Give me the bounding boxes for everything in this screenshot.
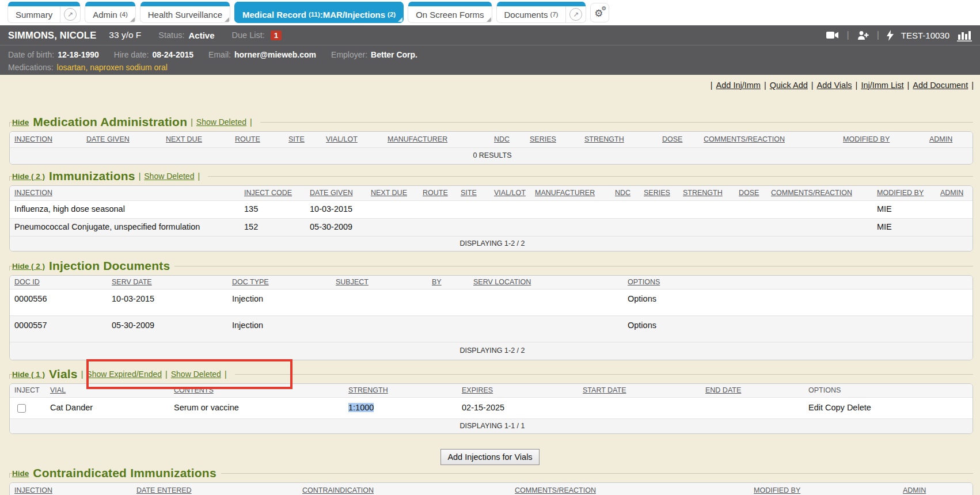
cell-options[interactable]: Edit Copy Delete <box>804 397 973 418</box>
lightning-bolt-icon[interactable] <box>887 30 894 41</box>
column-header-doc-type[interactable]: DOC TYPE <box>227 276 331 289</box>
hide-link[interactable]: Hide <box>12 469 29 478</box>
column-header-injection[interactable]: INJECTION <box>10 186 240 200</box>
settings-button[interactable]: ⚙⚙ <box>590 3 609 22</box>
column-header-next-due[interactable]: NEXT DUE <box>366 186 418 200</box>
tab-medical-record-11-mar-injections-2[interactable]: Medical Record (11):MAR/Injections (2) <box>234 2 404 23</box>
column-header-next-due[interactable]: NEXT DUE <box>161 132 230 147</box>
column-header-end-date[interactable]: END DATE <box>701 384 804 397</box>
hide-link[interactable]: Hide ( 1 ) <box>12 370 45 379</box>
column-header-subject[interactable]: SUBJECT <box>331 276 427 289</box>
hide-link[interactable]: Hide <box>12 118 29 127</box>
column-header-admin[interactable]: ADMIN <box>925 132 973 147</box>
cell-route <box>418 218 456 236</box>
cell-series <box>639 218 678 236</box>
hide-link[interactable]: Hide ( 2 ) <box>12 172 45 181</box>
column-header-injection[interactable]: INJECTION <box>10 483 132 495</box>
action-link-quick-add[interactable]: Quick Add <box>770 81 808 90</box>
column-header-dose[interactable]: DOSE <box>734 186 766 200</box>
column-header-vial-lot[interactable]: VIAL/LOT <box>321 132 383 147</box>
column-header-inject[interactable]: INJECT <box>10 384 45 397</box>
external-link-icon[interactable]: ↗ <box>64 8 77 21</box>
column-header-ndc[interactable]: NDC <box>489 132 525 147</box>
column-header-options[interactable]: OPTIONS <box>623 276 973 289</box>
tab-admin-4[interactable]: Admin (4) <box>85 2 136 23</box>
column-header-injection[interactable]: INJECTION <box>10 132 82 147</box>
column-header-modified-by[interactable]: MODIFIED BY <box>749 483 898 495</box>
action-link-inj-imm-list[interactable]: Inj/Imm List <box>861 81 903 90</box>
column-header-route[interactable]: ROUTE <box>418 186 456 200</box>
tab-health-surveillance[interactable]: Health Surveillance <box>140 2 230 23</box>
column-header-contraindication[interactable]: CONTRAINDICATION <box>298 483 510 495</box>
action-link-add-inj-imm[interactable]: Add Inj/Imm <box>716 81 761 90</box>
table-contraindicated-immunizations: INJECTIONDATE ENTEREDCONTRAINDICATIONCOM… <box>9 482 973 495</box>
column-header-serv-location[interactable]: SERV LOCATION <box>469 276 623 289</box>
column-header-comments-reaction[interactable]: COMMENTS/REACTION <box>766 186 872 200</box>
column-header-modified-by[interactable]: MODIFIED BY <box>872 186 936 200</box>
tab-documents-7[interactable]: Documents (7)↗ <box>496 2 587 23</box>
column-header-inject-code[interactable]: INJECT CODE <box>240 186 305 200</box>
column-header-by[interactable]: BY <box>427 276 469 289</box>
medication-link[interactable]: naproxen sodium oral <box>90 63 168 72</box>
column-header-admin[interactable]: ADMIN <box>898 483 973 495</box>
column-header-strength[interactable]: STRENGTH <box>678 186 734 200</box>
video-camera-icon[interactable] <box>826 31 839 40</box>
column-header-admin[interactable]: ADMIN <box>936 186 973 200</box>
column-header-vial-lot[interactable]: VIAL/LOT <box>489 186 530 200</box>
cell-admin <box>936 218 973 236</box>
column-header-start-date[interactable]: START DATE <box>578 384 701 397</box>
cell-options[interactable]: Options <box>623 315 973 342</box>
column-header-comments-reaction[interactable]: COMMENTS/REACTION <box>510 483 749 495</box>
table-header-row: INJECTVIALCONTENTSSTRENGTHEXPIRESSTART D… <box>10 384 973 397</box>
add-injections-for-vials-button[interactable]: Add Injections for Vials <box>440 449 539 465</box>
column-header-strength[interactable]: STRENGTH <box>580 132 658 147</box>
table-medication-administration: INJECTIONDATE GIVENNEXT DUEROUTESITEVIAL… <box>9 131 973 165</box>
column-header-date-entered[interactable]: DATE ENTERED <box>132 483 298 495</box>
column-header-manufacturer[interactable]: MANUFACTURER <box>530 186 610 200</box>
column-header-site[interactable]: SITE <box>456 186 489 200</box>
column-header-contents[interactable]: CONTENTS <box>169 384 344 397</box>
hide-link[interactable]: Hide ( 2 ) <box>12 262 45 271</box>
column-header-manufacturer[interactable]: MANUFACTURER <box>383 132 489 147</box>
tab-on-screen-forms[interactable]: On Screen Forms <box>408 2 492 23</box>
link-show-deleted[interactable]: Show Deleted <box>144 172 194 181</box>
table-footer-row: DISPLAYING 1-2 / 2 <box>10 342 973 360</box>
column-header-dose[interactable]: DOSE <box>658 132 699 147</box>
column-header-modified-by[interactable]: MODIFIED BY <box>838 132 925 147</box>
action-link-add-vials[interactable]: Add Vials <box>817 81 852 90</box>
info-value: 08-24-2015 <box>152 50 193 59</box>
column-header-date-given[interactable]: DATE GIVEN <box>82 132 161 147</box>
add-user-icon[interactable] <box>857 31 869 40</box>
column-header-site[interactable]: SITE <box>284 132 321 147</box>
action-link-add-document[interactable]: Add Document <box>913 81 968 90</box>
link-show-deleted[interactable]: Show Deleted <box>196 117 246 127</box>
column-header-doc-id[interactable]: DOC ID <box>10 276 107 289</box>
due-list-badge[interactable]: 1 <box>271 31 282 40</box>
table-row: 000055705-30-2009InjectionOptions <box>10 315 973 342</box>
column-header-strength[interactable]: STRENGTH <box>344 384 457 397</box>
external-link-icon[interactable]: ↗ <box>569 8 582 21</box>
column-header-date-given[interactable]: DATE GIVEN <box>305 186 366 200</box>
column-header-comments-reaction[interactable]: COMMENTS/REACTION <box>699 132 838 147</box>
link-show-expired-ended[interactable]: Show Expired/Ended <box>86 370 162 379</box>
column-header-vial[interactable]: VIAL <box>45 384 169 397</box>
link-show-deleted[interactable]: Show Deleted <box>171 370 221 379</box>
cell-end-date <box>701 397 804 418</box>
cell-options[interactable]: Options <box>623 289 973 315</box>
column-header-serv-date[interactable]: SERV DATE <box>107 276 227 289</box>
checkbox[interactable] <box>17 404 26 413</box>
column-header-route[interactable]: ROUTE <box>230 132 284 147</box>
column-header-options[interactable]: OPTIONS <box>804 384 973 397</box>
column-header-ndc[interactable]: NDC <box>610 186 639 200</box>
table-immunizations: INJECTIONINJECT CODEDATE GIVENNEXT DUERO… <box>9 185 973 252</box>
chart-icon[interactable] <box>957 29 972 41</box>
cell-site <box>456 200 489 218</box>
cell-doc-id: 0000556 <box>10 289 107 315</box>
column-header-expires[interactable]: EXPIRES <box>457 384 578 397</box>
medication-link[interactable]: losartan <box>57 63 86 72</box>
column-header-series[interactable]: SERIES <box>525 132 580 147</box>
column-header-series[interactable]: SERIES <box>639 186 678 200</box>
patient-info-bar: Date of birth:12-18-1990Hire date:08-24-… <box>0 45 980 75</box>
table-injection-documents: DOC IDSERV DATEDOC TYPESUBJECTBYSERV LOC… <box>9 275 973 360</box>
tab-summary[interactable]: Summary↗ <box>7 2 81 23</box>
